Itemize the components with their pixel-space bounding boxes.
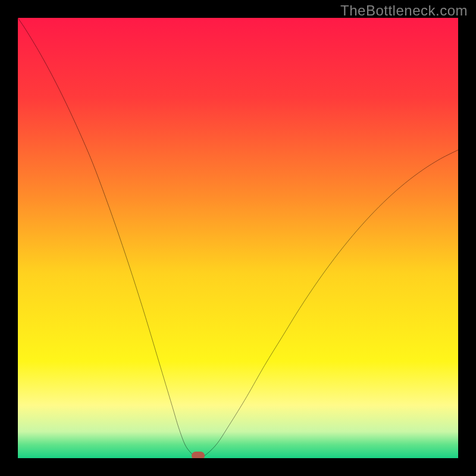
chart-frame: TheBottleneck.com — [0, 0, 476, 476]
optimal-point-marker — [192, 452, 205, 458]
plot-area — [18, 18, 458, 458]
watermark-label: TheBottleneck.com — [340, 2, 468, 19]
svg-rect-0 — [18, 18, 458, 458]
background-gradient — [18, 18, 458, 458]
